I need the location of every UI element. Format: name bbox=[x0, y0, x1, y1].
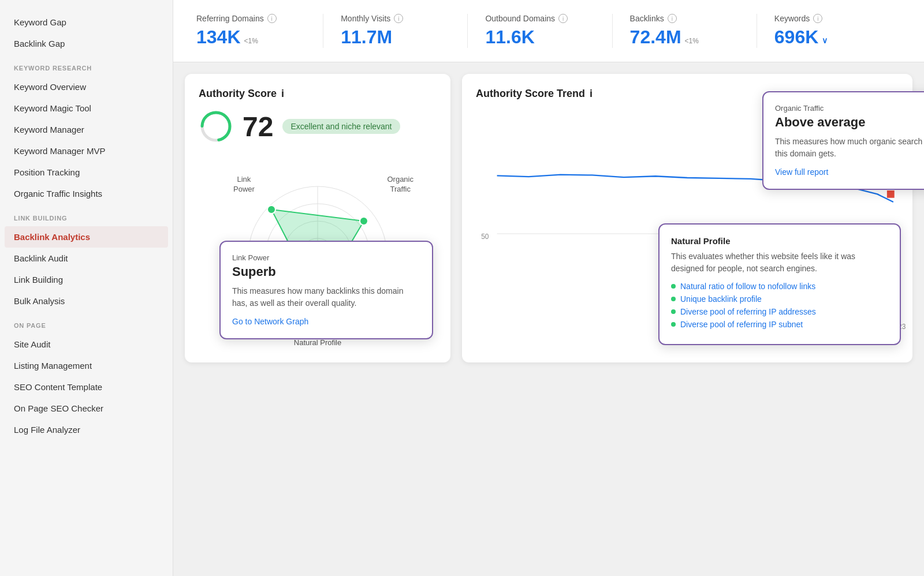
sidebar-item-keyword-manager[interactable]: Keyword Manager bbox=[0, 119, 173, 140]
sidebar-item-link-building[interactable]: Link Building bbox=[0, 269, 173, 290]
sidebar-item-listing[interactable]: Listing Management bbox=[0, 355, 173, 376]
tooltip-natural-profile-bullets: Natural ratio of follow to nofollow link… bbox=[671, 282, 888, 329]
stat-backlinks-value: 72.4M <1% bbox=[630, 27, 739, 48]
sidebar-item-keyword-manager-mvp[interactable]: Keyword Manager MVP bbox=[0, 140, 173, 162]
stat-backlinks-label: Backlinks i bbox=[630, 14, 739, 23]
stat-keywords: Keywords i 696K ∨ bbox=[774, 14, 901, 48]
sidebar-section-label-link-building: LINK BUILDING bbox=[0, 204, 173, 226]
sidebar-section-label-keyword-research: KEYWORD RESEARCH bbox=[0, 54, 173, 76]
content-area: Authority Score i 72 Excellent and niche… bbox=[173, 62, 924, 569]
authority-score-title: Authority Score i bbox=[199, 88, 437, 100]
outbound-domains-info-icon[interactable]: i bbox=[558, 14, 568, 23]
bullet-item-0: Natural ratio of follow to nofollow link… bbox=[671, 282, 888, 291]
svg-point-10 bbox=[360, 217, 368, 225]
sidebar-item-organic-traffic-insights[interactable]: Organic Traffic Insights bbox=[0, 183, 173, 204]
sidebar-item-position-tracking[interactable]: Position Tracking bbox=[0, 162, 173, 183]
bullet-dot-0 bbox=[671, 284, 676, 289]
bullet-dot-3 bbox=[671, 322, 676, 327]
tooltip-link-power-link[interactable]: Go to Network Graph bbox=[232, 317, 308, 326]
svg-rect-18 bbox=[887, 190, 895, 198]
authority-score-trend-card: Authority Score Trend i Last 12 months 5… bbox=[462, 74, 912, 362]
authority-score-card: Authority Score i 72 Excellent and niche… bbox=[185, 74, 450, 362]
radar-label-organic-traffic: OrganicTraffic bbox=[387, 175, 413, 195]
sidebar-item-site-audit[interactable]: Site Audit bbox=[0, 334, 173, 355]
sidebar-section-on-page: ON PAGE Site Audit Listing Management SE… bbox=[0, 312, 173, 440]
stat-keywords-label: Keywords i bbox=[774, 14, 884, 23]
tooltip-link-power: Link Power Superb This measures how many… bbox=[219, 241, 433, 339]
stat-referring-domains-value: 134K <1% bbox=[196, 27, 305, 48]
stat-backlinks: Backlinks i 72.4M <1% bbox=[630, 14, 757, 48]
stat-referring-domains: Referring Domains i 134K <1% bbox=[196, 14, 323, 48]
stat-monthly-visits: Monthly Visits i 11.7M bbox=[341, 14, 468, 48]
sidebar-section-link-building: LINK BUILDING Backlink Analytics Backlin… bbox=[0, 204, 173, 312]
tooltip-link-power-desc: This measures how many backlinks this do… bbox=[232, 285, 420, 309]
bullet-item-1: Unique backlink profile bbox=[671, 294, 888, 304]
stat-monthly-visits-value: 11.7M bbox=[341, 27, 450, 48]
authority-score-info-icon[interactable]: i bbox=[281, 88, 284, 100]
sidebar-section-keyword-research: KEYWORD RESEARCH Keyword Overview Keywor… bbox=[0, 54, 173, 204]
sidebar-item-keyword-magic-tool[interactable]: Keyword Magic Tool bbox=[0, 98, 173, 119]
tooltip-organic-traffic: Organic Traffic Above average This measu… bbox=[762, 91, 924, 190]
sidebar-section-label-on-page: ON PAGE bbox=[0, 312, 173, 334]
stat-outbound-domains-label: Outbound Domains i bbox=[485, 14, 594, 23]
stat-referring-domains-label: Referring Domains i bbox=[196, 14, 305, 23]
backlinks-info-icon[interactable]: i bbox=[668, 14, 677, 23]
score-number: 72 bbox=[243, 111, 273, 143]
svg-point-9 bbox=[267, 205, 275, 214]
referring-domains-info-icon[interactable]: i bbox=[267, 14, 277, 23]
sidebar-item-backlink-analytics[interactable]: Backlink Analytics bbox=[5, 226, 168, 248]
tooltip-natural-profile-desc: This evaluates whether this website feel… bbox=[671, 250, 888, 275]
score-badge: Excellent and niche relevant bbox=[282, 119, 400, 134]
sidebar-item-keyword-overview[interactable]: Keyword Overview bbox=[0, 76, 173, 98]
main-content: Referring Domains i 134K <1% Monthly Vis… bbox=[173, 0, 924, 576]
bullet-dot-1 bbox=[671, 297, 676, 301]
radar-label-link-power: LinkPower bbox=[233, 175, 255, 195]
sidebar-item-seo-content-template[interactable]: SEO Content Template bbox=[0, 376, 173, 398]
bullet-dot-2 bbox=[671, 309, 676, 314]
trend-title: Authority Score Trend i bbox=[476, 88, 593, 100]
bullet-item-3: Diverse pool of referring IP subnet bbox=[671, 320, 888, 329]
svg-text:50: 50 bbox=[481, 233, 489, 241]
tooltip-organic-title: Above average bbox=[775, 115, 924, 130]
trend-info-icon[interactable]: i bbox=[590, 88, 593, 100]
tooltip-natural-profile: Natural Profile This evaluates whether t… bbox=[658, 223, 901, 345]
stat-outbound-domains: Outbound Domains i 11.6K bbox=[485, 14, 612, 48]
sidebar: Keyword Gap Backlink Gap KEYWORD RESEARC… bbox=[0, 0, 173, 576]
stat-keywords-value: 696K ∨ bbox=[774, 27, 884, 48]
radar-label-natural-profile: Natural Profile bbox=[294, 338, 341, 348]
tooltip-organic-category: Organic Traffic bbox=[775, 104, 924, 113]
sidebar-item-log-file-analyzer[interactable]: Log File Analyzer bbox=[0, 419, 173, 440]
keywords-info-icon[interactable]: i bbox=[813, 14, 822, 23]
sidebar-section-no-label: Keyword Gap Backlink Gap bbox=[0, 12, 173, 54]
score-circle bbox=[199, 109, 233, 144]
monthly-visits-info-icon[interactable]: i bbox=[394, 14, 403, 23]
tooltip-organic-desc: This measures how much organic search tr… bbox=[775, 136, 924, 160]
sidebar-item-backlink-audit[interactable]: Backlink Audit bbox=[0, 248, 173, 269]
tooltip-organic-link[interactable]: View full report bbox=[775, 167, 828, 177]
bullet-item-2: Diverse pool of referring IP addresses bbox=[671, 307, 888, 316]
sidebar-item-on-page-seo-checker[interactable]: On Page SEO Checker bbox=[0, 398, 173, 419]
tooltip-link-power-category: Link Power bbox=[232, 253, 420, 262]
stats-bar: Referring Domains i 134K <1% Monthly Vis… bbox=[173, 0, 924, 62]
tooltip-natural-profile-title: Natural Profile bbox=[671, 236, 888, 246]
keywords-dropdown-icon[interactable]: ∨ bbox=[822, 36, 828, 45]
sidebar-item-bulk-analysis[interactable]: Bulk Analysis bbox=[0, 290, 173, 312]
tooltip-link-power-title: Superb bbox=[232, 264, 420, 279]
sidebar-item-backlink-gap[interactable]: Backlink Gap bbox=[0, 33, 173, 54]
stat-outbound-domains-value: 11.6K bbox=[485, 27, 594, 48]
stat-monthly-visits-label: Monthly Visits i bbox=[341, 14, 450, 23]
score-display: 72 Excellent and niche relevant bbox=[199, 109, 437, 144]
sidebar-item-keyword-gap[interactable]: Keyword Gap bbox=[0, 12, 173, 33]
